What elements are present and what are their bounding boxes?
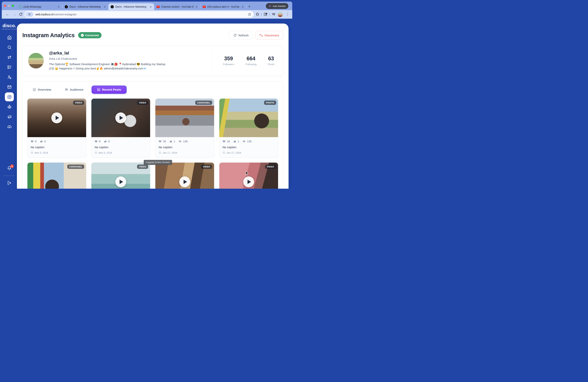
refresh-button[interactable]: Refresh xyxy=(229,31,253,40)
tab-disco-1[interactable]: ▲ Disco - Influencer Marketing × xyxy=(63,3,108,10)
heart-icon xyxy=(158,140,162,143)
mail-icon xyxy=(7,85,12,89)
youtube-icon xyxy=(203,5,206,8)
post-caption: No caption xyxy=(31,146,83,149)
refresh-label: Refresh xyxy=(238,34,249,37)
ask-gemini-button[interactable]: Ask Gemini xyxy=(266,3,288,9)
tab-disco-2-active[interactable]: ▲ Disco - Influencer Marketing × xyxy=(108,3,154,10)
logout-button[interactable] xyxy=(7,180,12,185)
sidebar-bottom: 4 xyxy=(2,166,17,189)
sidebar-item-home[interactable] xyxy=(7,35,12,40)
sidebar-item-creators[interactable] xyxy=(7,75,12,79)
post-thumbnail: VIDEO xyxy=(219,163,278,189)
arrows-left-right-icon xyxy=(7,55,12,60)
sidebar-divider xyxy=(3,176,15,176)
tab-overview[interactable]: Overview xyxy=(27,86,57,93)
check-circle-icon: ✓ xyxy=(81,34,84,37)
sidebar-item-announcements[interactable] xyxy=(7,114,12,119)
tab-close-icon[interactable]: × xyxy=(149,5,152,8)
tab-title: Disco - Influencer Marketing xyxy=(69,5,102,8)
post-meta: 8 0 No caption Mar 9, 2026 xyxy=(27,137,86,157)
new-tab-button[interactable]: + xyxy=(246,4,252,9)
tab-title: (116) WhatsApp xyxy=(23,5,56,8)
stat-label: Posts xyxy=(268,63,274,66)
close-window-button[interactable] xyxy=(4,5,6,7)
site-settings-icon[interactable] xyxy=(25,12,33,17)
tab-title: Channel content - YouTube S xyxy=(161,5,193,8)
disconnect-button[interactable]: Disconnect xyxy=(255,31,283,40)
connected-badge: ✓ Connected xyxy=(78,32,102,38)
sidebar-item-campaigns[interactable] xyxy=(7,65,12,69)
browser-menu-icon[interactable]: ⋮ xyxy=(285,12,290,16)
eye-icon xyxy=(178,140,182,143)
mouse-cursor xyxy=(245,171,249,175)
tab-whatsapp[interactable]: (116) WhatsApp × xyxy=(16,3,62,10)
notifications-button[interactable]: 4 xyxy=(7,166,12,171)
view-count: 135 xyxy=(247,140,252,143)
ask-gemini-label: Ask Gemini xyxy=(273,5,286,8)
post-card[interactable]: VIDEO xyxy=(91,162,150,189)
sidebar-item-inbox[interactable] xyxy=(7,85,12,89)
post-card[interactable]: CAROUSEL xyxy=(27,162,86,189)
post-card[interactable]: VIDEO xyxy=(219,162,278,189)
post-card[interactable]: PHOTO 16 1 135 xyxy=(219,98,278,158)
robot-icon xyxy=(7,105,12,109)
tab-youtube-studio[interactable]: Channel content - YouTube S × xyxy=(154,3,200,10)
profile-card: @arka_lal Arka Lal Chakravarty The Optim… xyxy=(22,45,283,76)
browser-profile-avatar[interactable] xyxy=(278,12,283,17)
tab-recent-posts-active[interactable]: Recent Posts xyxy=(92,85,126,94)
post-card[interactable]: VIDEO 8 0 No caption xyxy=(27,98,86,158)
tab-close-icon[interactable]: × xyxy=(195,5,198,8)
sidebar-item-instagram-active[interactable] xyxy=(5,92,14,101)
sidebar-item-uploads[interactable] xyxy=(7,124,12,129)
reload-icon[interactable] xyxy=(19,12,22,16)
traffic-lights xyxy=(2,1,16,10)
post-caption: No caption xyxy=(222,146,275,149)
post-type-badge: VIDEO xyxy=(137,101,148,105)
play-icon xyxy=(115,176,126,187)
post-thumbnail: CAROUSEL xyxy=(27,163,86,189)
sidebar-item-search[interactable] xyxy=(7,45,12,50)
back-icon[interactable]: ← xyxy=(4,12,11,16)
address-bar[interactable]: web.trydisco.in/connect-instagram xyxy=(24,11,254,18)
post-date: Jan 17, 2026 xyxy=(222,151,275,154)
like-count: 8 xyxy=(35,140,37,143)
tab-close-icon[interactable]: × xyxy=(241,5,244,8)
post-card[interactable]: VIDEO xyxy=(155,162,214,189)
stat-value: 664 xyxy=(245,56,256,62)
zoom-window-button[interactable] xyxy=(12,5,14,7)
like-count: 26 xyxy=(163,140,166,143)
toolbar-separator xyxy=(270,13,270,16)
comment-count: 0 xyxy=(108,140,110,143)
post-card[interactable]: CAROUSEL 26 1 139 xyxy=(155,98,214,158)
minimize-window-button[interactable] xyxy=(8,5,10,7)
profile-bio-line1: The Optimist🏆 Software Development Engin… xyxy=(49,62,165,66)
clock-icon xyxy=(222,151,225,154)
tab-strip: (116) WhatsApp × ▲ Disco - Influencer Ma… xyxy=(2,1,292,10)
eye-icon xyxy=(242,140,246,143)
bookmark-star-icon[interactable] xyxy=(248,12,252,16)
analytics-section: Overview Audience Recent Posts xyxy=(22,82,283,189)
url-path: /connect-instagram xyxy=(53,13,77,16)
tab-close-icon[interactable]: × xyxy=(57,5,60,8)
url-text[interactable]: web.trydisco.in/connect-instagram xyxy=(35,13,248,16)
post-date: Mar 9, 2026 xyxy=(31,151,83,154)
post-card[interactable]: VIDEO 8 0 No caption xyxy=(91,98,150,158)
sidebar-item-ai-bot[interactable] xyxy=(7,105,12,109)
forward-icon[interactable]: → xyxy=(11,12,18,16)
post-meta: 26 1 139 No caption Jan 17, 2026 xyxy=(155,137,214,157)
post-type-badge: VIDEO xyxy=(137,165,148,169)
tab-overview-label: Overview xyxy=(38,88,51,91)
play-icon xyxy=(243,176,254,187)
tab-audience[interactable]: Audience xyxy=(59,86,89,93)
media-queue-icon[interactable] xyxy=(272,12,276,16)
post-type-badge: VIDEO xyxy=(265,165,276,169)
sidebar-item-transfers[interactable] xyxy=(7,55,12,60)
extensions-icon[interactable] xyxy=(256,12,259,16)
post-caption: No caption xyxy=(158,146,211,149)
post-type-badge: CAROUSEL xyxy=(67,165,84,169)
tab-youtube-video[interactable]: (30) trydisco dem 3 - YouTub × xyxy=(200,3,246,10)
screen-search-icon[interactable] xyxy=(264,12,268,16)
tab-close-icon[interactable]: × xyxy=(103,5,106,8)
like-count: 8 xyxy=(99,140,101,143)
